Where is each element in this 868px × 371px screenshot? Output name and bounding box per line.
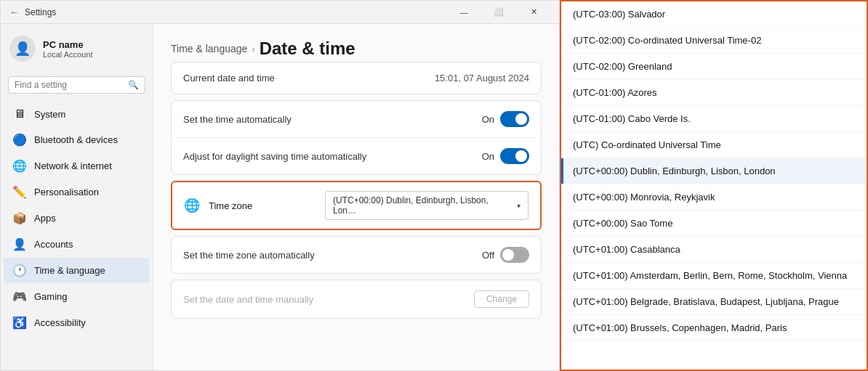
sidebar-item-time-language[interactable]: 🕐 Time & language bbox=[4, 258, 150, 283]
accessibility-icon: ♿ bbox=[12, 316, 27, 330]
sidebar-item-label: Personalisation bbox=[34, 187, 99, 197]
sidebar-item-label: Apps bbox=[34, 213, 56, 224]
bluetooth-icon: 🔵 bbox=[12, 133, 27, 147]
sidebar-item-label: Bluetooth & devices bbox=[34, 134, 118, 145]
title-bar-left: ← Settings bbox=[9, 7, 56, 17]
search-icon: 🔍 bbox=[128, 80, 139, 90]
breadcrumb-parent: Time & language bbox=[171, 43, 247, 54]
sidebar-item-label: Network & internet bbox=[34, 160, 112, 171]
sidebar-item-bluetooth[interactable]: 🔵 Bluetooth & devices bbox=[4, 127, 150, 152]
timezone-option[interactable]: (UTC+01:00) Casablanca bbox=[561, 237, 867, 263]
sidebar-item-gaming[interactable]: 🎮 Gaming bbox=[4, 284, 150, 309]
auto-time-knob bbox=[515, 113, 527, 125]
daylight-label: Adjust for daylight saving time automati… bbox=[183, 151, 366, 162]
timezone-row[interactable]: 🌐 Time zone (UTC+00:00) Dublin, Edinburg… bbox=[171, 181, 542, 230]
auto-timezone-switch[interactable] bbox=[500, 247, 529, 263]
sidebar-item-system[interactable]: 🖥 System bbox=[4, 102, 150, 126]
settings-window: ← Settings — ⬜ ✕ 👤 PC name Local Account… bbox=[0, 0, 560, 371]
timezone-label: Time zone bbox=[209, 200, 316, 211]
sidebar: 👤 PC name Local Account 🔍 🖥 System 🔵 Blu… bbox=[1, 24, 153, 370]
auto-timezone-label: Set the time zone automatically bbox=[183, 250, 315, 261]
timezone-option[interactable]: (UTC+01:00) Amsterdam, Berlin, Bern, Rom… bbox=[561, 263, 867, 289]
timezone-panel: (UTC-03:00) Salvador(UTC-02:00) Co-ordin… bbox=[560, 0, 868, 371]
gaming-icon: 🎮 bbox=[12, 290, 27, 303]
title-bar: ← Settings — ⬜ ✕ bbox=[1, 1, 559, 24]
timezone-option[interactable]: (UTC-03:00) Salvador bbox=[561, 1, 867, 28]
sidebar-item-accounts[interactable]: 👤 Accounts bbox=[4, 232, 150, 257]
minimize-button[interactable]: — bbox=[447, 1, 481, 24]
window-body: 👤 PC name Local Account 🔍 🖥 System 🔵 Blu… bbox=[1, 24, 559, 370]
avatar: 👤 bbox=[9, 36, 36, 62]
daylight-switch[interactable] bbox=[500, 148, 529, 164]
network-icon: 🌐 bbox=[12, 159, 27, 173]
time-icon: 🕐 bbox=[12, 264, 27, 277]
timezone-option[interactable]: (UTC+01:00) Brussels, Copenhagen, Madrid… bbox=[561, 315, 867, 341]
current-time-label: Current date and time bbox=[183, 73, 275, 83]
manual-time-card: Set the date and time manually Change bbox=[171, 280, 542, 319]
daylight-on-label: On bbox=[482, 151, 494, 162]
timezone-option[interactable]: (UTC-02:00) Co-ordinated Universal Time-… bbox=[561, 28, 867, 54]
current-time-value: 15:01, 07 August 2024 bbox=[435, 73, 529, 83]
sidebar-item-apps[interactable]: 📦 Apps bbox=[4, 205, 150, 231]
auto-time-row: Set the time automatically On bbox=[172, 101, 541, 138]
manual-time-row: Set the date and time manually Change bbox=[172, 280, 541, 318]
auto-timezone-toggle[interactable]: Off bbox=[482, 247, 529, 263]
search-box[interactable]: 🔍 bbox=[8, 76, 145, 94]
timezone-dropdown-trigger[interactable]: (UTC+00:00) Dublin, Edinburgh, Lisbon, L… bbox=[325, 191, 529, 220]
auto-time-toggle[interactable]: On bbox=[482, 111, 529, 127]
current-time-card: Current date and time 15:01, 07 August 2… bbox=[171, 62, 542, 94]
auto-time-label: Set the time automatically bbox=[183, 114, 292, 125]
timezone-icon: 🌐 bbox=[184, 197, 200, 213]
search-input[interactable] bbox=[15, 80, 124, 90]
sidebar-item-label: Gaming bbox=[34, 291, 68, 302]
timezone-option[interactable]: (UTC+00:00) Monrovia, Reykjavik bbox=[561, 184, 867, 211]
timezone-option[interactable]: (UTC+00:00) Dublin, Edinburgh, Lisbon, L… bbox=[561, 158, 867, 184]
system-icon: 🖥 bbox=[12, 107, 27, 121]
breadcrumb-separator: › bbox=[252, 44, 254, 54]
user-name: PC name bbox=[43, 39, 93, 50]
back-arrow[interactable]: ← bbox=[9, 7, 19, 17]
daylight-toggle[interactable]: On bbox=[482, 148, 529, 164]
sidebar-item-network[interactable]: 🌐 Network & internet bbox=[4, 153, 150, 179]
timezone-option[interactable]: (UTC-01:00) Cabo Verde Is. bbox=[561, 106, 867, 132]
sidebar-item-accessibility[interactable]: ♿ Accessibility bbox=[4, 310, 150, 335]
timezone-option[interactable]: (UTC+01:00) Belgrade, Bratislava, Budape… bbox=[561, 289, 867, 315]
close-button[interactable]: ✕ bbox=[517, 1, 550, 24]
user-info: PC name Local Account bbox=[43, 39, 93, 59]
sidebar-item-label: Time & language bbox=[34, 265, 105, 276]
user-type: Local Account bbox=[43, 50, 93, 59]
timezone-select-text: (UTC+00:00) Dublin, Edinburgh, Lisbon, L… bbox=[333, 195, 513, 216]
chevron-down-icon: ▾ bbox=[517, 202, 521, 210]
timezone-option[interactable]: (UTC) Co-ordinated Universal Time bbox=[561, 132, 867, 158]
breadcrumb-current: Date & time bbox=[260, 38, 355, 59]
sidebar-item-label: System bbox=[34, 109, 65, 120]
timezone-option[interactable]: (UTC-02:00) Greenland bbox=[561, 54, 867, 80]
manual-time-label: Set the date and time manually bbox=[183, 294, 313, 305]
main-content: Time & language › Date & time Current da… bbox=[153, 24, 559, 370]
auto-timezone-card: Set the time zone automatically Off bbox=[171, 236, 542, 274]
auto-time-switch[interactable] bbox=[500, 111, 529, 127]
breadcrumb: Time & language › Date & time bbox=[171, 38, 542, 59]
time-settings-card: Set the time automatically On Adjust for… bbox=[171, 100, 542, 175]
maximize-button[interactable]: ⬜ bbox=[482, 1, 515, 24]
accounts-icon: 👤 bbox=[12, 237, 27, 251]
change-button[interactable]: Change bbox=[474, 290, 529, 308]
sidebar-item-label: Accounts bbox=[34, 239, 73, 250]
timezone-option[interactable]: (UTC+00:00) Sao Tome bbox=[561, 211, 867, 237]
timezone-option[interactable]: (UTC-01:00) Azores bbox=[561, 80, 867, 106]
window-title: Settings bbox=[25, 7, 56, 17]
apps-icon: 📦 bbox=[12, 211, 27, 225]
nav-items: 🖥 System 🔵 Bluetooth & devices 🌐 Network… bbox=[1, 101, 153, 370]
title-bar-controls: — ⬜ ✕ bbox=[447, 1, 550, 24]
auto-timezone-knob bbox=[502, 249, 514, 261]
current-time-row: Current date and time 15:01, 07 August 2… bbox=[172, 62, 541, 94]
sidebar-item-label: Accessibility bbox=[34, 317, 86, 328]
personalisation-icon: ✏️ bbox=[12, 185, 27, 199]
daylight-row: Adjust for daylight saving time automati… bbox=[172, 138, 541, 174]
auto-time-on-label: On bbox=[482, 114, 494, 125]
auto-timezone-off-label: Off bbox=[482, 250, 494, 261]
user-area[interactable]: 👤 PC name Local Account bbox=[1, 24, 153, 73]
sidebar-item-personalisation[interactable]: ✏️ Personalisation bbox=[4, 179, 150, 205]
auto-timezone-row: Set the time zone automatically Off bbox=[172, 237, 541, 273]
daylight-knob bbox=[515, 150, 527, 162]
